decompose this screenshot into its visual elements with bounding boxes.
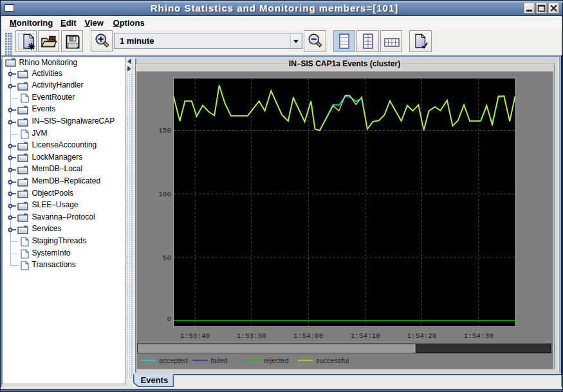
svg-text:accepted: accepted [159,356,188,364]
svg-text:1:53:40: 1:53:40 [180,332,210,340]
svg-text:100: 100 [158,191,171,198]
svg-text:rejected: rejected [264,356,289,364]
svg-text:150: 150 [158,127,171,135]
svg-text:1:54:20: 1:54:20 [407,332,437,340]
svg-text:1:54:30: 1:54:30 [464,332,494,340]
svg-text:1:53:50: 1:53:50 [237,332,266,340]
svg-text:1:54:10: 1:54:10 [351,332,380,340]
svg-text:successful: successful [316,356,349,364]
svg-text:50: 50 [163,254,171,261]
svg-text:failed: failed [210,356,227,364]
svg-text:1:54:00: 1:54:00 [293,332,323,340]
svg-text:0: 0 [167,315,171,323]
